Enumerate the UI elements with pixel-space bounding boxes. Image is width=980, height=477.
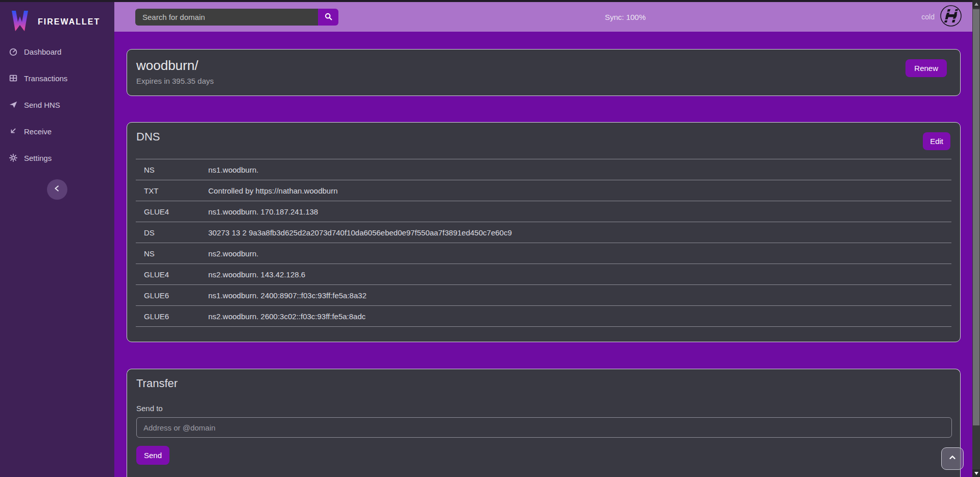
sidebar-item-label: Transactions — [24, 74, 67, 83]
domain-search — [135, 9, 338, 26]
dns-record-row: GLUE6ns2.woodburn. 2600:3c02::f03c:93ff:… — [136, 306, 951, 327]
dns-record-value: ns1.woodburn. 2400:8907::f03c:93ff:fe5a:… — [208, 291, 951, 300]
renew-button[interactable]: Renew — [905, 59, 947, 77]
scroll-to-top-button[interactable] — [941, 447, 964, 470]
sidebar-item-label: Send HNS — [24, 101, 60, 109]
dns-record-type: NS — [136, 249, 208, 258]
transfer-card: Transfer Send to Send — [127, 369, 961, 477]
triangle-down-icon — [974, 472, 978, 475]
chevron-up-icon — [948, 453, 957, 464]
handshake-logo-icon — [940, 5, 962, 29]
firewallet-app: FIREWALLET Dashboard Transactions Send H… — [0, 0, 980, 477]
dns-record-row: GLUE4ns1.woodburn. 170.187.241.138 — [136, 201, 951, 222]
dns-card: DNS Edit NSns1.woodburn.TXTControlled by… — [127, 122, 961, 342]
dns-record-value: Controlled by https://nathan.woodburn — [208, 186, 951, 195]
firewallet-logo-icon — [9, 10, 31, 34]
dns-records-table: NSns1.woodburn.TXTControlled by https://… — [136, 159, 951, 327]
scrollbar-down-arrow[interactable] — [972, 469, 980, 477]
wallet-name: cold — [921, 13, 935, 21]
top-divider — [0, 0, 980, 2]
dns-record-row: GLUE6ns1.woodburn. 2400:8907::f03c:93ff:… — [136, 285, 951, 306]
wallet-selector[interactable]: cold — [921, 2, 962, 32]
sidebar-item-transactions[interactable]: Transactions — [0, 70, 114, 86]
arrow-down-left-icon — [9, 127, 18, 136]
sync-status: Sync: 100% — [605, 2, 646, 32]
dns-title: DNS — [136, 130, 960, 144]
dns-record-value: ns1.woodburn. 170.187.241.138 — [208, 207, 951, 216]
dns-record-value: ns2.woodburn. 2600:3c02::f03c:93ff:fe5a:… — [208, 312, 951, 321]
vertical-scrollbar[interactable] — [972, 0, 980, 477]
dns-record-type: GLUE6 — [136, 312, 208, 321]
sidebar-item-settings[interactable]: Settings — [0, 150, 114, 165]
dns-record-value: ns2.woodburn. — [208, 249, 951, 258]
table-icon — [9, 74, 18, 83]
dns-record-type: TXT — [136, 186, 208, 195]
dns-record-type: GLUE6 — [136, 291, 208, 300]
brand-name: FIREWALLET — [38, 17, 100, 27]
sidebar-item-label: Receive — [24, 127, 52, 136]
sidebar-nav: Dashboard Transactions Send HNS Receive — [0, 44, 114, 165]
domain-name: woodburn/ — [136, 58, 960, 74]
sidebar-item-label: Settings — [24, 154, 52, 162]
topbar: Sync: 100% cold — [114, 2, 972, 32]
dns-record-row: NSns2.woodburn. — [136, 243, 951, 264]
sidebar-item-receive[interactable]: Receive — [0, 124, 114, 139]
search-icon — [324, 12, 333, 22]
brand: FIREWALLET — [0, 0, 114, 37]
dns-record-value: ns2.woodburn. 143.42.128.6 — [208, 270, 951, 279]
sidebar: FIREWALLET Dashboard Transactions Send H… — [0, 0, 114, 477]
dns-record-row: TXTControlled by https://nathan.woodburn — [136, 180, 951, 201]
domain-card: woodburn/ Expires in 395.35 days Renew — [127, 49, 961, 96]
scrollbar-up-arrow[interactable] — [972, 0, 980, 8]
triangle-up-icon — [974, 3, 978, 6]
paper-plane-icon — [9, 100, 18, 109]
dns-record-value: ns1.woodburn. — [208, 165, 951, 174]
sidebar-item-dashboard[interactable]: Dashboard — [0, 44, 114, 59]
dns-record-type: DS — [136, 228, 208, 237]
dns-record-row: NSns1.woodburn. — [136, 159, 951, 180]
transfer-title: Transfer — [136, 377, 960, 390]
gauge-icon — [9, 47, 18, 56]
chevron-left-icon — [53, 184, 62, 195]
search-input[interactable] — [135, 9, 318, 26]
sidebar-collapse-button[interactable] — [47, 179, 67, 200]
scrollbar-thumb[interactable] — [973, 9, 979, 425]
dns-record-type: GLUE4 — [136, 207, 208, 216]
dns-record-row: GLUE4ns2.woodburn. 143.42.128.6 — [136, 264, 951, 285]
edit-dns-button[interactable]: Edit — [923, 132, 950, 150]
transfer-address-input[interactable] — [136, 417, 952, 438]
domain-expiry: Expires in 395.35 days — [136, 77, 960, 85]
dns-record-type: GLUE4 — [136, 270, 208, 279]
send-to-label: Send to — [136, 404, 960, 413]
sidebar-item-send-hns[interactable]: Send HNS — [0, 97, 114, 112]
dns-record-value: 30273 13 2 9a3a8fb3d625d2a2073d740f10da6… — [208, 228, 951, 237]
gear-icon — [9, 153, 18, 162]
dns-record-row: DS30273 13 2 9a3a8fb3d625d2a2073d740f10d… — [136, 222, 951, 243]
send-transfer-button[interactable]: Send — [136, 446, 169, 465]
sidebar-item-label: Dashboard — [24, 47, 61, 56]
dns-record-type: NS — [136, 165, 208, 174]
search-button[interactable] — [318, 9, 338, 26]
